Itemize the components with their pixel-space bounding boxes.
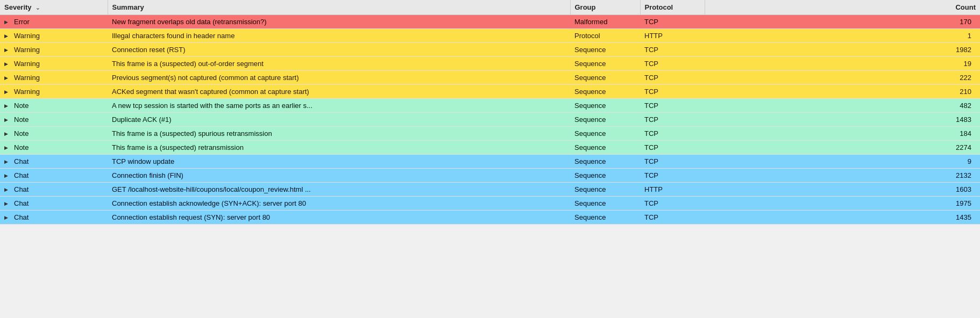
summary-cell: Connection establish acknowledge (SYN+AC… [108,197,570,211]
group-cell: Sequence [570,43,640,57]
severity-value: Chat [14,185,29,193]
table-row[interactable]: ▶NoteDuplicate ACK (#1)SequenceTCP1483 [0,113,980,127]
severity-value: Chat [14,171,29,179]
group-label: Group [575,3,596,11]
count-cell: 170 [705,15,980,29]
protocol-cell: TCP [640,43,705,57]
protocol-label: Protocol [645,3,673,11]
severity-cell: ▶Error [0,15,108,29]
table-row[interactable]: ▶WarningACKed segment that wasn't captur… [0,85,980,99]
severity-value: Chat [14,199,29,207]
summary-cell: Connection reset (RST) [108,43,570,57]
group-cell: Sequence [570,71,640,85]
table-row[interactable]: ▶ChatGET /localhost-website-hill/coupons… [0,183,980,197]
protocol-cell: TCP [640,15,705,29]
summary-cell: TCP window update [108,155,570,169]
severity-cell: ▶Warning [0,29,108,43]
severity-value: Warning [14,88,40,96]
expand-icon[interactable]: ▶ [4,19,11,26]
summary-cell: New fragment overlaps old data (retransm… [108,15,570,29]
expand-icon[interactable]: ▶ [4,61,11,68]
group-cell: Sequence [570,57,640,71]
summary-cell: Illegal characters found in header name [108,29,570,43]
severity-value: Error [14,18,30,26]
count-cell: 222 [705,71,980,85]
severity-cell: ▶Note [0,99,108,113]
table-row[interactable]: ▶ChatConnection finish (FIN)SequenceTCP2… [0,169,980,183]
severity-cell: ▶Chat [0,183,108,197]
group-cell: Sequence [570,99,640,113]
protocol-cell: TCP [640,85,705,99]
count-column-header: Count [705,0,980,15]
group-cell: Sequence [570,85,640,99]
protocol-cell: TCP [640,197,705,211]
expand-icon[interactable]: ▶ [4,117,11,124]
severity-cell: ▶Note [0,141,108,155]
group-column-header: Group [570,0,640,15]
table-row[interactable]: ▶ErrorNew fragment overlaps old data (re… [0,15,980,29]
group-cell: Sequence [570,169,640,183]
count-cell: 1 [705,29,980,43]
count-cell: 184 [705,127,980,141]
summary-cell: A new tcp session is started with the sa… [108,99,570,113]
expand-icon[interactable]: ▶ [4,173,11,179]
count-cell: 2274 [705,141,980,155]
count-cell: 2132 [705,169,980,183]
count-cell: 9 [705,155,980,169]
severity-value: Note [14,129,29,138]
expand-icon[interactable]: ▶ [4,215,11,221]
summary-label: Summary [112,3,144,11]
table-row[interactable]: ▶WarningThis frame is a (suspected) out-… [0,57,980,71]
count-cell: 210 [705,85,980,99]
expand-icon[interactable]: ▶ [4,33,11,40]
severity-cell: ▶Chat [0,211,108,225]
table-row[interactable]: ▶ChatConnection establish request (SYN):… [0,211,980,225]
severity-value: Warning [14,74,40,82]
count-cell: 1975 [705,197,980,211]
expand-icon[interactable]: ▶ [4,145,11,151]
summary-cell: ACKed segment that wasn't captured (comm… [108,85,570,99]
table-row[interactable]: ▶WarningConnection reset (RST)SequenceTC… [0,43,980,57]
count-cell: 19 [705,57,980,71]
protocol-cell: TCP [640,113,705,127]
expand-icon[interactable]: ▶ [4,75,11,82]
table-row[interactable]: ▶NoteA new tcp session is started with t… [0,99,980,113]
group-cell: Sequence [570,113,640,127]
table-row[interactable]: ▶WarningPrevious segment(s) not captured… [0,71,980,85]
severity-cell: ▶Warning [0,85,108,99]
expert-info-table: Severity ⌄ Summary Group Protocol Count … [0,0,980,225]
summary-cell: Previous segment(s) not captured (common… [108,71,570,85]
severity-value: Note [14,143,29,151]
expand-icon[interactable]: ▶ [4,47,11,54]
severity-label: Severity [4,3,32,11]
summary-cell: Connection finish (FIN) [108,169,570,183]
table-row[interactable]: ▶NoteThis frame is a (suspected) retrans… [0,141,980,155]
expand-icon[interactable]: ▶ [4,103,11,110]
table-row[interactable]: ▶WarningIllegal characters found in head… [0,29,980,43]
group-cell: Sequence [570,141,640,155]
expand-icon[interactable]: ▶ [4,159,11,165]
table-row[interactable]: ▶ChatConnection establish acknowledge (S… [0,197,980,211]
protocol-cell: TCP [640,169,705,183]
expand-icon[interactable]: ▶ [4,201,11,207]
count-cell: 1603 [705,183,980,197]
table-row[interactable]: ▶NoteThis frame is a (suspected) spuriou… [0,127,980,141]
expand-icon[interactable]: ▶ [4,89,11,96]
summary-cell: This frame is a (suspected) spurious ret… [108,127,570,141]
severity-cell: ▶Warning [0,43,108,57]
protocol-cell: TCP [640,57,705,71]
count-cell: 1982 [705,43,980,57]
table-header: Severity ⌄ Summary Group Protocol Count [0,0,980,15]
protocol-cell: TCP [640,127,705,141]
group-cell: Sequence [570,155,640,169]
table-row[interactable]: ▶ChatTCP window updateSequenceTCP9 [0,155,980,169]
severity-value: Warning [14,32,40,40]
severity-column-header[interactable]: Severity ⌄ [0,0,108,15]
group-cell: Protocol [570,29,640,43]
summary-column-header: Summary [108,0,570,15]
protocol-column-header: Protocol [640,0,705,15]
expand-icon[interactable]: ▶ [4,187,11,193]
group-cell: Sequence [570,183,640,197]
summary-cell: Duplicate ACK (#1) [108,113,570,127]
expand-icon[interactable]: ▶ [4,131,11,138]
